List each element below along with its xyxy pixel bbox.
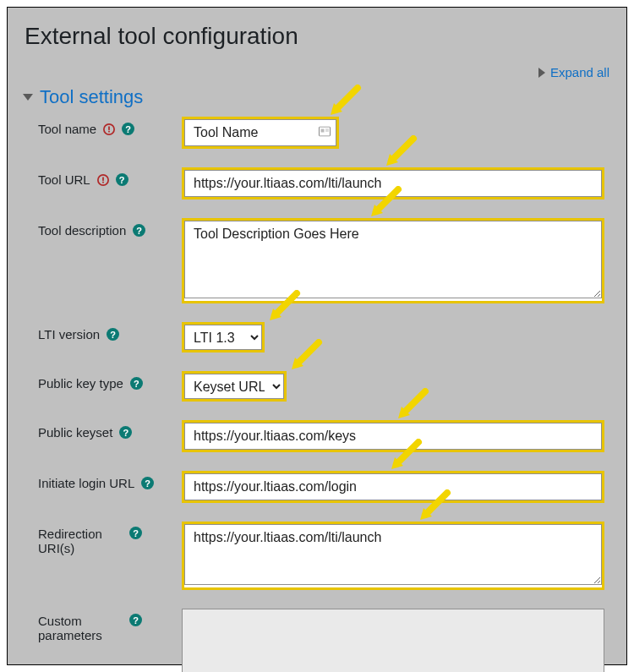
- page-title: External tool configuration: [25, 23, 611, 50]
- help-icon[interactable]: ?: [141, 477, 154, 489]
- chevron-right-icon: [538, 68, 545, 78]
- chevron-down-icon: [23, 94, 33, 101]
- help-icon[interactable]: ?: [130, 377, 143, 390]
- row-public-keyset: Public keyset ?: [38, 420, 611, 452]
- expand-all-label: Expand all: [550, 65, 609, 79]
- section-title: Tool settings: [40, 86, 143, 108]
- row-tool-name: Tool name ?: [38, 117, 611, 149]
- label-lti-version: LTI version: [38, 327, 100, 341]
- help-icon[interactable]: ?: [129, 527, 142, 539]
- section-tool-settings-header[interactable]: Tool settings: [23, 86, 611, 108]
- help-icon[interactable]: ?: [129, 614, 142, 626]
- tool-description-input[interactable]: Tool Description Goes Here: [184, 221, 602, 298]
- tool-name-input[interactable]: [184, 119, 336, 146]
- row-custom-parameters: Custom parameters ?: [38, 609, 611, 672]
- label-initiate-login: Initiate login URL: [38, 476, 134, 490]
- config-panel: External tool configuration Expand all T…: [7, 7, 627, 665]
- row-tool-description: Tool description ? Tool Description Goes…: [38, 218, 611, 303]
- initiate-login-input[interactable]: [184, 473, 602, 500]
- label-public-key-type: Public key type: [38, 376, 123, 391]
- row-tool-url: Tool URL ?: [38, 167, 611, 199]
- label-public-keyset: Public keyset: [38, 425, 112, 440]
- label-tool-name: Tool name: [38, 122, 96, 136]
- help-icon[interactable]: ?: [116, 173, 128, 186]
- custom-parameters-input[interactable]: [182, 609, 604, 672]
- label-redirection-uris: Redirection URI(s): [38, 527, 123, 555]
- label-tool-description: Tool description: [38, 223, 126, 238]
- help-icon[interactable]: ?: [133, 224, 145, 237]
- expand-all-link[interactable]: Expand all: [538, 65, 609, 79]
- label-tool-url: Tool URL: [38, 172, 90, 187]
- lti-version-select[interactable]: LTI 1.3: [184, 325, 262, 350]
- row-public-key-type: Public key type ? Keyset URL: [38, 371, 611, 402]
- svg-rect-9: [102, 181, 104, 183]
- svg-rect-2: [108, 130, 110, 132]
- required-icon: [97, 174, 109, 186]
- svg-rect-1: [108, 126, 110, 129]
- row-lti-version: LTI version ? LTI 1.3: [38, 322, 611, 352]
- help-icon[interactable]: ?: [122, 123, 134, 135]
- help-icon[interactable]: ?: [107, 328, 119, 341]
- public-key-type-select[interactable]: Keyset URL: [184, 374, 284, 399]
- svg-rect-8: [102, 177, 104, 180]
- tool-url-input[interactable]: [184, 170, 602, 197]
- help-icon[interactable]: ?: [119, 426, 132, 439]
- tool-settings-form: Tool name ? Tool U: [38, 117, 611, 672]
- row-redirection-uris: Redirection URI(s) ? https://your.ltiaas…: [38, 522, 611, 590]
- label-custom-parameters: Custom parameters: [38, 614, 123, 642]
- public-keyset-input[interactable]: [184, 423, 602, 450]
- required-icon: [103, 123, 115, 135]
- redirection-uris-input[interactable]: https://your.ltiaas.com/lti/launch: [184, 524, 602, 585]
- row-initiate-login: Initiate login URL ?: [38, 471, 611, 503]
